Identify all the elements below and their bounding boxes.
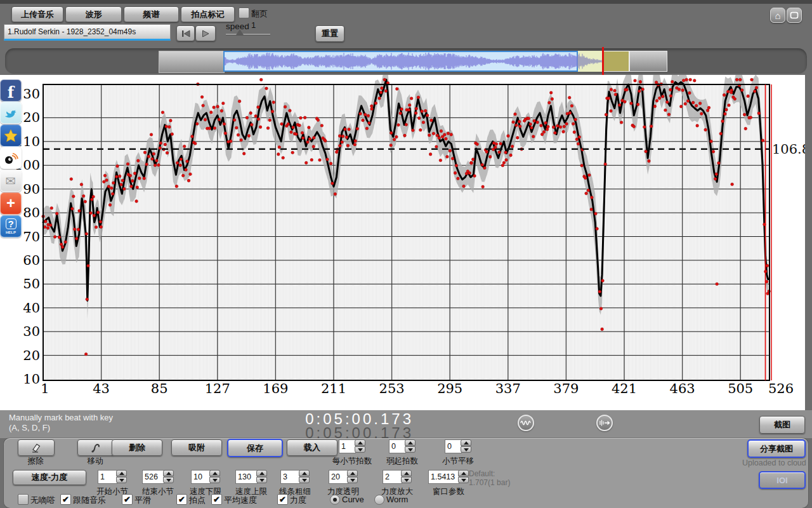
volume-max-button[interactable]: [596, 415, 613, 431]
speed-slider-thumb[interactable]: [236, 29, 244, 35]
r2-spinner-5-step-up[interactable]: [347, 470, 358, 476]
r2-spinner-7-step-down[interactable]: [458, 477, 469, 483]
svg-text:43: 43: [93, 381, 110, 396]
r2-spinner-2-stepper[interactable]: [209, 470, 220, 484]
r1-spinner-0-step-up[interactable]: [355, 439, 365, 446]
r2-spinner-4-value[interactable]: 3: [280, 470, 300, 484]
up-arrow-icon: [350, 472, 355, 475]
fullscreen-button[interactable]: [787, 8, 802, 23]
tempo-chart[interactable]: 106.810203040506070809010011012013014385…: [0, 75, 805, 410]
top-button-upload-music[interactable]: 上传音乐: [11, 6, 63, 22]
display-radio-curve[interactable]: [330, 495, 340, 505]
page-turn-checkbox[interactable]: [239, 8, 249, 18]
option-checkbox-1[interactable]: [18, 494, 29, 505]
r1-spinner-0-value[interactable]: 1: [339, 439, 356, 453]
home-button[interactable]: ⌂: [770, 8, 785, 23]
r2-spinner-5-value[interactable]: 20: [329, 470, 348, 484]
r1-spinner-0-step-down[interactable]: [355, 446, 365, 453]
erase-tool-button[interactable]: [18, 439, 55, 456]
wave-icon: [520, 419, 532, 427]
r2-spinner-6-step-up[interactable]: [401, 470, 412, 476]
r1-spinner-2-step-up[interactable]: [461, 439, 471, 446]
option-checkbox-3[interactable]: ✔: [122, 494, 133, 505]
r2-spinner-2-step-down[interactable]: [209, 477, 220, 483]
speed-slider-track[interactable]: [226, 34, 270, 35]
speed-value: 1: [251, 20, 256, 30]
volume-min-button[interactable]: [518, 415, 534, 431]
svg-text:10: 10: [23, 371, 40, 387]
r2-spinner-1-value[interactable]: 526: [142, 470, 164, 484]
r2-spinner-3-stepper[interactable]: [256, 470, 267, 484]
screenshot-button[interactable]: 截图: [759, 416, 805, 434]
snap-button[interactable]: 吸附: [171, 439, 222, 456]
top-button-spectrum[interactable]: 频谱: [124, 6, 179, 22]
r2-spinner-6-value[interactable]: 2: [383, 470, 402, 484]
beat-hint-line1: Manually mark beat with key: [9, 413, 113, 422]
r2-spinner-6-step-down[interactable]: [401, 477, 412, 483]
r2-spinner-7-stepper[interactable]: [458, 470, 469, 484]
r1-spinner-1-step-down[interactable]: [405, 446, 416, 453]
r2-spinner-1-stepper[interactable]: [163, 470, 174, 484]
weibo-icon[interactable]: [0, 147, 22, 169]
r2-spinner-2-step-up[interactable]: [209, 470, 220, 476]
r1-spinner-1-step-up[interactable]: [405, 439, 416, 446]
play-button[interactable]: [195, 25, 216, 41]
r2-spinner-3-step-up[interactable]: [256, 470, 267, 476]
overview-playhead[interactable]: [602, 47, 604, 76]
delete-button[interactable]: 删除: [112, 439, 162, 456]
share-plus-icon[interactable]: +: [0, 192, 22, 215]
song-title-field[interactable]: 1.Rudolf Serkin - 1928_2352_04m49s: [4, 24, 171, 41]
option-checkbox-label-4: 拍点: [189, 495, 206, 506]
eraser-icon: [30, 442, 43, 453]
r1-spinner-1-value[interactable]: 0: [389, 439, 406, 453]
home-icon: ⌂: [775, 11, 780, 20]
email-icon[interactable]: ✉: [0, 170, 22, 192]
r2-spinner-1-step-down[interactable]: [163, 477, 174, 483]
r2-spinner-5-step-down[interactable]: [347, 477, 358, 483]
r2-spinner-4-step-down[interactable]: [299, 477, 310, 483]
waveform-overview[interactable]: [5, 48, 807, 74]
r2-spinner-1-step-up[interactable]: [163, 470, 174, 476]
save-button[interactable]: 保存: [227, 439, 283, 457]
top-button-waveform[interactable]: 波形: [65, 6, 122, 22]
r2-spinner-0-step-down[interactable]: [116, 477, 127, 483]
bottom-toolbar: 擦除 移动 删除 吸附 保存 载入 1每小节拍数0弱起拍数0小节平移 分享截图 …: [4, 438, 808, 508]
r2-spinner-4-step-up[interactable]: [299, 470, 310, 476]
r1-spinner-0-stepper[interactable]: [355, 439, 365, 453]
reset-button[interactable]: 重置: [315, 25, 344, 42]
twitter-icon[interactable]: [0, 102, 22, 124]
up-arrow-icon: [119, 472, 124, 475]
r2-spinner-3-step-down[interactable]: [256, 477, 267, 483]
r1-spinner-2-value[interactable]: 0: [445, 439, 462, 453]
option-checkbox-4[interactable]: ✔: [176, 494, 187, 505]
r1-spinner-1-stepper[interactable]: [405, 439, 416, 453]
option-checkbox-5[interactable]: ✔: [211, 494, 222, 505]
r2-spinner-3-value[interactable]: 130: [235, 470, 258, 484]
r2-spinner-4-stepper[interactable]: [299, 470, 310, 484]
r1-spinner-2-stepper[interactable]: [461, 439, 471, 453]
r1-spinner-2-step-down[interactable]: [461, 446, 471, 453]
r2-spinner-5-stepper[interactable]: [347, 470, 358, 484]
r2-spinner-2-value[interactable]: 10: [191, 470, 211, 484]
r2-spinner-6-stepper[interactable]: [401, 470, 412, 484]
prev-button[interactable]: [176, 25, 195, 41]
r2-spinner-0-step-up[interactable]: [116, 470, 127, 476]
tempo-dynamics-mode-button[interactable]: 速度-力度: [13, 470, 86, 485]
r2-spinner-0-stepper[interactable]: [116, 470, 127, 484]
top-button-beat-mark[interactable]: 拍点标记: [181, 6, 235, 22]
display-radio-worm[interactable]: [374, 495, 384, 505]
r2-spinner-7-value[interactable]: 1.5413: [428, 470, 459, 484]
r2-spinner-0-value[interactable]: 1: [98, 470, 117, 484]
svg-text:379: 379: [553, 381, 579, 396]
share-screenshot-button[interactable]: 分享截图: [747, 439, 806, 458]
facebook-icon[interactable]: f: [0, 79, 22, 102]
qzone-icon[interactable]: [0, 124, 22, 147]
erase-tool-label: 擦除: [28, 456, 44, 467]
help-icon[interactable]: ?HELP: [0, 215, 22, 237]
option-checkbox-6[interactable]: ✔: [277, 494, 288, 505]
option-checkbox-2[interactable]: ✔: [60, 494, 71, 505]
r2-spinner-7-step-up[interactable]: [458, 470, 469, 476]
ioi-button[interactable]: IOI: [759, 471, 806, 489]
load-button[interactable]: 载入: [287, 439, 337, 456]
move-tool-button[interactable]: [77, 439, 114, 456]
